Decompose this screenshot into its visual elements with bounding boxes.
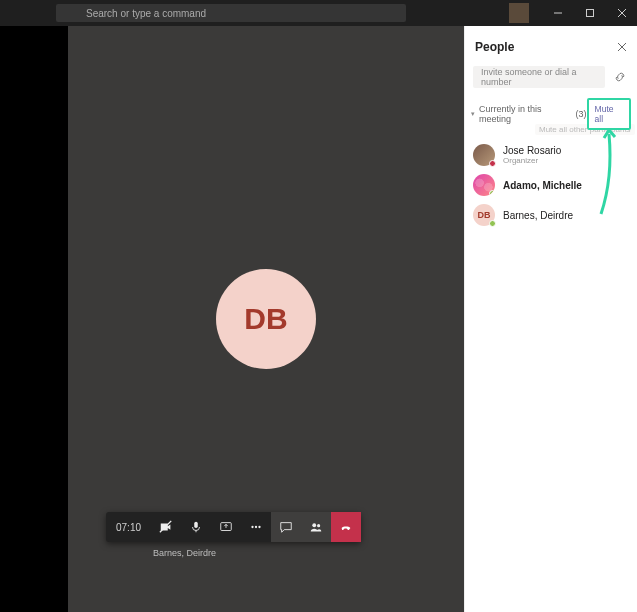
participant-nameplate: Barnes, Deirdre bbox=[153, 548, 216, 558]
participant-avatar bbox=[473, 174, 495, 196]
participant-name: Barnes, Deirdre bbox=[503, 210, 573, 221]
meeting-control-bar: 07:10 bbox=[106, 512, 361, 542]
svg-rect-5 bbox=[194, 522, 198, 528]
participant-avatar-large: DB bbox=[216, 269, 316, 369]
people-button[interactable] bbox=[301, 512, 331, 542]
call-duration: 07:10 bbox=[106, 522, 151, 533]
section-header[interactable]: ▾ Currently in this meeting (3) Mute all… bbox=[465, 88, 637, 136]
copy-link-icon[interactable] bbox=[611, 68, 629, 86]
presence-indicator bbox=[489, 190, 495, 196]
participant-info: Adamo, Michelle bbox=[503, 180, 582, 191]
presence-indicator bbox=[489, 160, 496, 167]
caret-down-icon: ▾ bbox=[471, 110, 475, 118]
hangup-button[interactable] bbox=[331, 512, 361, 542]
section-count: (3) bbox=[576, 109, 587, 119]
profile-avatar[interactable] bbox=[509, 3, 529, 23]
svg-point-11 bbox=[317, 524, 320, 527]
window-controls bbox=[509, 0, 633, 26]
svg-rect-1 bbox=[587, 10, 594, 17]
panel-close-button[interactable] bbox=[617, 38, 627, 56]
svg-point-7 bbox=[251, 526, 253, 528]
participant-info: Jose Rosario Organizer bbox=[503, 145, 561, 165]
avatar-initials: DB bbox=[478, 210, 491, 220]
participant-info: Barnes, Deirdre bbox=[503, 210, 573, 221]
title-bar: Search or type a command bbox=[0, 0, 637, 26]
svg-point-8 bbox=[255, 526, 257, 528]
chat-button[interactable] bbox=[271, 512, 301, 542]
main-area: DB 07:10 Bar bbox=[0, 26, 637, 612]
people-panel: People Invite someone or dial a number ▾… bbox=[464, 26, 637, 612]
share-screen-button[interactable] bbox=[211, 512, 241, 542]
maximize-button[interactable] bbox=[579, 0, 601, 26]
svg-point-9 bbox=[258, 526, 260, 528]
search-placeholder: Search or type a command bbox=[86, 8, 206, 19]
invite-input[interactable]: Invite someone or dial a number bbox=[473, 66, 605, 88]
camera-toggle-button[interactable] bbox=[151, 512, 181, 542]
minimize-button[interactable] bbox=[547, 0, 569, 26]
panel-header: People bbox=[465, 26, 637, 66]
microphone-toggle-button[interactable] bbox=[181, 512, 211, 542]
invite-placeholder: Invite someone or dial a number bbox=[481, 67, 605, 87]
participant-avatar: DB bbox=[473, 204, 495, 226]
mute-all-button[interactable]: Mute all bbox=[587, 98, 631, 130]
avatar-initials: DB bbox=[244, 302, 287, 336]
annotation-arrow bbox=[591, 128, 621, 218]
search-input[interactable]: Search or type a command bbox=[56, 4, 406, 22]
participant-role: Organizer bbox=[503, 156, 561, 165]
presence-indicator bbox=[489, 220, 496, 227]
close-button[interactable] bbox=[611, 0, 633, 26]
app-rail bbox=[0, 26, 68, 612]
panel-title: People bbox=[475, 40, 514, 54]
meeting-stage: DB 07:10 Bar bbox=[68, 26, 464, 612]
participant-avatar bbox=[473, 144, 495, 166]
more-options-button[interactable] bbox=[241, 512, 271, 542]
section-label: Currently in this meeting bbox=[479, 104, 572, 124]
invite-row: Invite someone or dial a number bbox=[465, 66, 637, 88]
participant-name: Adamo, Michelle bbox=[503, 180, 582, 191]
participant-name: Jose Rosario bbox=[503, 145, 561, 156]
svg-point-10 bbox=[312, 523, 316, 527]
